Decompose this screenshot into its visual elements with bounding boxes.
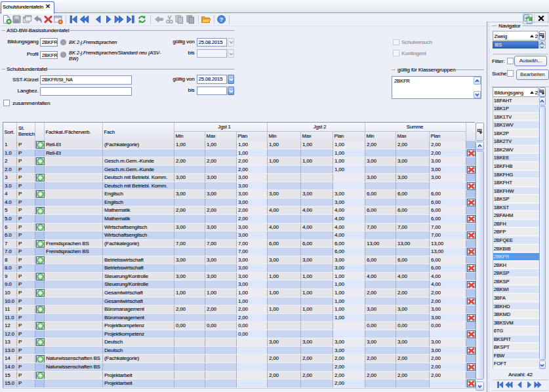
svg-text:?: ? xyxy=(220,16,224,23)
